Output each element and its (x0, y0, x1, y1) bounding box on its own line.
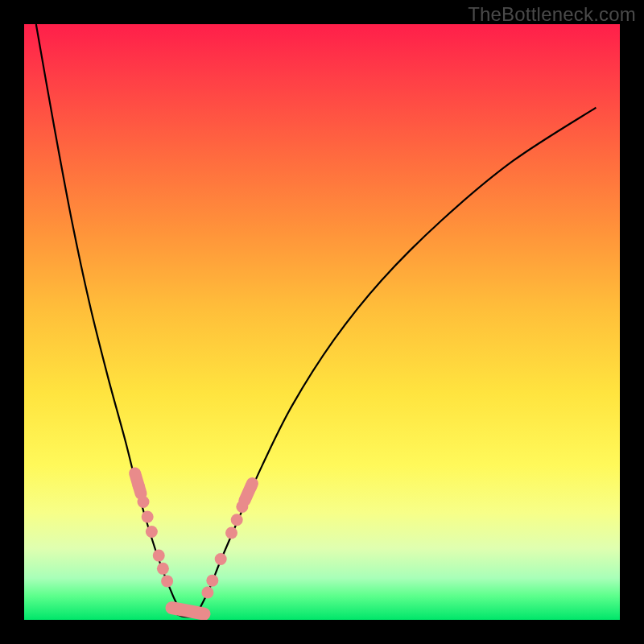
curve-right-branch (197, 108, 597, 614)
data-pill (135, 473, 141, 493)
chart-frame: TheBottleneck.com (0, 0, 644, 644)
data-marker (146, 526, 158, 538)
data-marker (153, 550, 165, 562)
plot-area (24, 24, 620, 620)
data-marker (201, 586, 213, 598)
curve-group (36, 24, 597, 617)
data-marker (206, 575, 218, 587)
watermark-label: TheBottleneck.com (468, 3, 636, 26)
data-marker (142, 510, 154, 522)
chart-svg (24, 24, 620, 620)
data-marker (231, 514, 243, 526)
data-marker (157, 563, 169, 575)
data-pill (245, 484, 253, 501)
data-marker (225, 526, 237, 539)
curve-left-branch (36, 24, 182, 614)
data-pill (172, 608, 204, 613)
data-marker (161, 575, 173, 587)
data-marker (215, 553, 227, 565)
marker-group (133, 473, 258, 614)
